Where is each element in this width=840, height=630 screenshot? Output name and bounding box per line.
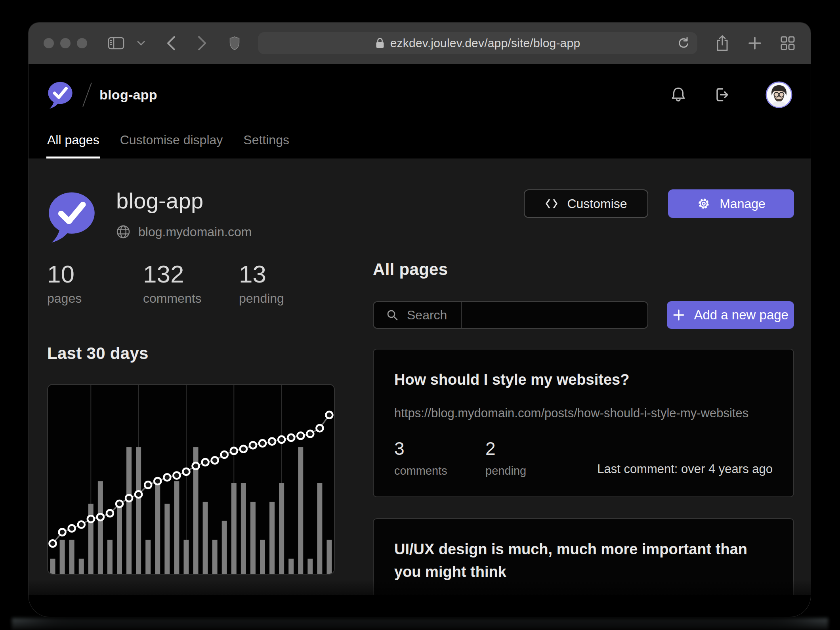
url-bar[interactable]: ezkdev.joulev.dev/app/site/blog-app	[258, 32, 697, 54]
search-label: Search	[407, 308, 447, 323]
tab-settings[interactable]: Settings	[243, 133, 289, 158]
last-30-days-chart	[47, 384, 335, 575]
search-icon	[386, 309, 398, 321]
globe-icon	[116, 225, 130, 239]
plus-icon	[672, 309, 685, 321]
sidebar-toggle-icon[interactable]	[108, 36, 124, 50]
right-column: All pages Search	[373, 260, 794, 595]
stat-comments-label: comments	[143, 291, 218, 306]
close-window-button[interactable]	[44, 38, 54, 48]
stat-pending: 13 pending	[239, 260, 314, 306]
activity-heading: Last 30 days	[47, 344, 335, 363]
logout-icon[interactable]	[714, 86, 731, 103]
card-stat-comments: 3 comments	[394, 439, 465, 477]
back-button[interactable]	[166, 35, 176, 51]
browser-toolbar: ezkdev.joulev.dev/app/site/blog-app	[29, 23, 811, 64]
app-logo-icon[interactable]	[47, 80, 73, 109]
site-stats: 10 pages 132 comments 13 pending	[47, 260, 335, 306]
add-new-page-label: Add a new page	[694, 307, 788, 323]
gear-icon	[697, 197, 711, 211]
pages-heading: All pages	[373, 260, 794, 279]
tab-bar: All pages Customise display Settings	[47, 133, 792, 158]
tab-overview-icon[interactable]	[780, 35, 796, 51]
share-icon[interactable]	[715, 34, 730, 52]
new-tab-icon[interactable]	[747, 36, 762, 51]
lock-icon	[375, 37, 385, 49]
card-pending-label: pending	[485, 464, 556, 477]
desktop-wallpaper	[12, 618, 828, 630]
site-logo-icon	[47, 189, 96, 243]
manage-button-label: Manage	[720, 197, 766, 211]
user-avatar[interactable]	[758, 81, 792, 108]
page-viewport: blog-app	[29, 64, 811, 595]
toolbar-divider	[131, 35, 131, 51]
sidebar-chevron-down-icon[interactable]	[137, 40, 145, 46]
window-controls[interactable]	[44, 38, 87, 48]
stat-pages-label: pages	[47, 291, 122, 306]
customise-button-label: Customise	[567, 197, 627, 211]
page-card[interactable]: UI/UX design is much, much more importan…	[373, 518, 794, 595]
code-icon	[545, 199, 558, 209]
breadcrumb-site-name: blog-app	[99, 87, 157, 103]
stat-comments-value: 132	[143, 260, 218, 288]
browser-window: ezkdev.joulev.dev/app/site/blog-app	[29, 23, 811, 617]
add-new-page-button[interactable]: Add a new page	[667, 301, 794, 329]
manage-button[interactable]: Manage	[668, 189, 794, 218]
stat-pages-value: 10	[47, 260, 122, 288]
privacy-shield-icon[interactable]	[228, 36, 241, 51]
breadcrumb-separator	[82, 83, 92, 107]
page-card[interactable]: How should I style my websites? https://…	[373, 349, 794, 497]
tab-customise-display[interactable]: Customise display	[120, 133, 223, 158]
search-box[interactable]: Search	[373, 301, 648, 329]
reload-button[interactable]	[677, 36, 690, 51]
page-card-title: How should I style my websites?	[394, 368, 773, 391]
url-text: ezkdev.joulev.dev/app/site/blog-app	[390, 36, 580, 50]
site-domain: blog.mydomain.com	[138, 225, 252, 239]
search-input[interactable]	[462, 308, 647, 323]
stat-pending-label: pending	[239, 291, 314, 306]
app-header: blog-app	[29, 64, 811, 158]
main-content: blog-app blog.mydomain.com	[29, 158, 811, 595]
left-column: 10 pages 132 comments 13 pending Last 30…	[47, 260, 335, 575]
site-title: blog-app	[116, 189, 252, 213]
stat-pages: 10 pages	[47, 260, 122, 306]
site-hero: blog-app blog.mydomain.com	[47, 189, 794, 243]
last-comment-text: Last comment: over 4 years ago	[597, 462, 773, 477]
stat-comments: 132 comments	[143, 260, 218, 306]
stat-pending-value: 13	[239, 260, 314, 288]
card-stat-pending: 2 pending	[485, 439, 556, 477]
zoom-window-button[interactable]	[77, 38, 87, 48]
card-pending-value: 2	[485, 439, 556, 459]
card-comments-value: 3	[394, 439, 465, 459]
tab-all-pages[interactable]: All pages	[47, 133, 99, 158]
forward-button[interactable]	[197, 35, 207, 51]
page-card-title: UI/UX design is much, much more importan…	[394, 538, 773, 583]
card-comments-label: comments	[394, 464, 465, 477]
page-card-url: https://blog.mydomain.com/posts/how-shou…	[394, 406, 773, 420]
notifications-bell-icon[interactable]	[670, 86, 686, 103]
customise-button[interactable]: Customise	[524, 189, 648, 218]
minimize-window-button[interactable]	[60, 38, 71, 48]
